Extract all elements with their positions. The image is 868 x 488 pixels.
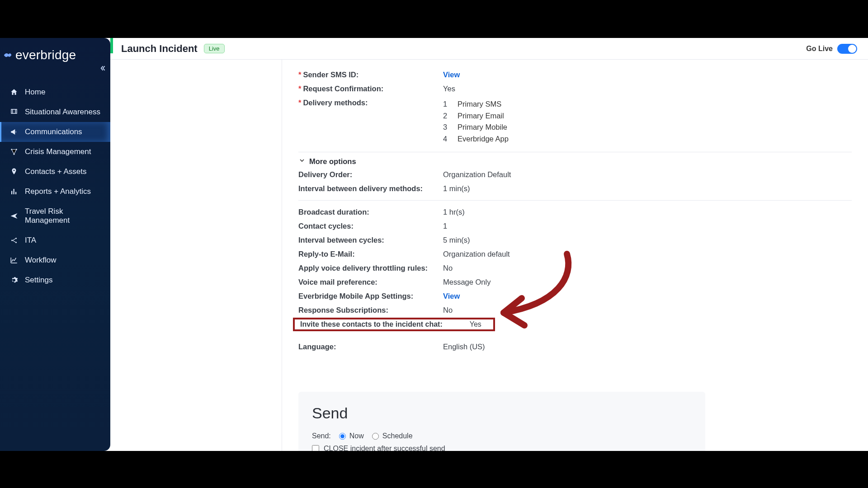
view-mobile-app-settings-link[interactable]: View [443,292,460,300]
row-invite-chat: Invite these contacts to the incident ch… [293,317,852,332]
field-label: Delivery methods: [303,99,368,107]
main-pane: Launch Incident Live Go Live *Sender SMS… [110,38,868,451]
sidebar-collapse-button[interactable] [98,63,108,73]
sidebar: everbridge Home Situational Awareness Co… [0,38,110,451]
row-mobile-app-settings: Everbridge Mobile App Settings: View [298,289,852,303]
sidebar-item-contacts-assets[interactable]: Contacts + Assets [0,162,110,182]
sidebar-item-label: Home [25,88,45,97]
checkbox-label: CLOSE incident after successful send [324,445,445,451]
delivery-methods-list: 1Primary SMS 2Primary Email 3Primary Mob… [443,99,509,145]
svg-point-5 [15,242,17,243]
brand-logo[interactable]: everbridge [0,38,110,62]
sidebar-item-crisis-management[interactable]: Crisis Management [0,142,110,162]
field-value: 1 hr(s) [443,208,465,216]
field-value: No [443,264,453,272]
field-label: Response Subscriptions: [298,306,443,314]
home-icon [9,88,19,97]
field-label: Voice mail preference: [298,278,443,286]
close-incident-checkbox[interactable]: CLOSE incident after successful send [312,445,692,451]
method-name: Everbridge App [458,133,509,145]
radio-label: Schedule [382,432,413,440]
go-live-toggle[interactable] [837,44,857,54]
letterbox-bottom [0,451,868,488]
radio-input-now[interactable] [339,433,346,440]
sidebar-nav: Home Situational Awareness Communication… [0,82,110,290]
field-label: Language: [298,343,443,351]
sidebar-item-communications[interactable]: Communications [0,122,110,142]
divider [298,200,852,201]
field-value: Yes [470,320,491,328]
go-live-label: Go Live [806,45,833,53]
field-label: Broadcast duration: [298,208,443,216]
live-badge: Live [204,44,225,53]
sidebar-item-ita[interactable]: ITA [0,230,110,250]
radio-input-schedule[interactable] [372,433,379,440]
field-label: Everbridge Mobile App Settings: [298,292,443,300]
send-title: Send [312,404,692,422]
settings-pane: *Sender SMS ID: View *Request Confirmati… [282,60,868,451]
field-value: Yes [443,84,455,93]
network-icon [9,147,19,156]
plane-icon [9,211,19,221]
sidebar-item-label: Travel Risk Management [25,207,102,225]
row-broadcast-duration: Broadcast duration: 1 hr(s) [298,205,852,219]
sidebar-item-label: Crisis Management [25,147,91,156]
radio-label: Now [349,432,364,440]
send-timing-row: Send: Now Schedule [312,432,692,440]
method-index: 3 [443,122,449,133]
send-label: Send: [312,432,331,440]
map-pin-icon [9,108,19,117]
method-index: 2 [443,110,449,122]
field-label: Sender SMS ID: [303,70,359,79]
topbar: Launch Incident Live Go Live [110,38,868,60]
field-value: 5 min(s) [443,236,470,244]
content-area: *Sender SMS ID: View *Request Confirmati… [110,60,868,451]
pin-icon [9,167,19,176]
svg-point-3 [11,240,13,241]
field-value: English (US) [443,343,485,351]
field-label: Contact cycles: [298,222,443,230]
sidebar-item-home[interactable]: Home [0,82,110,102]
field-label: Invite these contacts to the incident ch… [297,320,443,328]
sidebar-item-reports-analytics[interactable]: Reports + Analytics [0,182,110,202]
field-value: 1 min(s) [443,184,470,193]
chevron-down-icon [298,157,306,166]
logo-icon [3,50,13,60]
divider [298,152,852,152]
sidebar-item-travel-risk[interactable]: Travel Risk Management [0,202,110,230]
row-interval-between-methods: Interval between delivery methods: 1 min… [298,182,852,196]
send-schedule-radio[interactable]: Schedule [372,432,413,440]
sidebar-item-workflow[interactable]: Workflow [0,250,110,270]
sidebar-item-situational-awareness[interactable]: Situational Awareness [0,102,110,122]
bar-chart-icon [9,187,19,196]
toggle-knob [848,45,856,53]
sidebar-item-settings[interactable]: Settings [0,270,110,290]
row-contact-cycles: Contact cycles: 1 [298,219,852,233]
row-interval-between-cycles: Interval between cycles: 5 min(s) [298,233,852,247]
row-sender-sms-id: *Sender SMS ID: View [298,68,852,82]
field-value: Message Only [443,278,491,286]
view-sender-sms-id-link[interactable]: View [443,70,460,79]
left-spacer-pane [110,60,282,451]
send-now-radio[interactable]: Now [339,432,364,440]
gear-icon [9,276,19,285]
field-value: 1 [443,222,447,230]
row-voicemail-preference: Voice mail preference: Message Only [298,275,852,289]
required-asterisk: * [298,70,301,79]
send-section: Send Send: Now Schedule [298,392,705,451]
field-label: Interval between cycles: [298,236,443,244]
row-response-subscriptions: Response Subscriptions: No [298,303,852,317]
row-request-confirmation: *Request Confirmation: Yes [298,82,852,96]
megaphone-icon [9,127,19,136]
field-value: Organization default [443,250,510,258]
field-value: No [443,306,453,314]
method-name: Primary Email [458,110,504,122]
field-label: Delivery Order: [298,170,443,179]
required-asterisk: * [298,84,301,93]
checkbox-input[interactable] [312,445,319,451]
sidebar-item-label: Communications [25,127,82,136]
sidebar-item-label: Situational Awareness [25,108,100,117]
delivery-method-item: 3Primary Mobile [443,122,509,133]
delivery-method-item: 1Primary SMS [443,99,509,110]
more-options-toggle[interactable]: More options [298,157,852,166]
